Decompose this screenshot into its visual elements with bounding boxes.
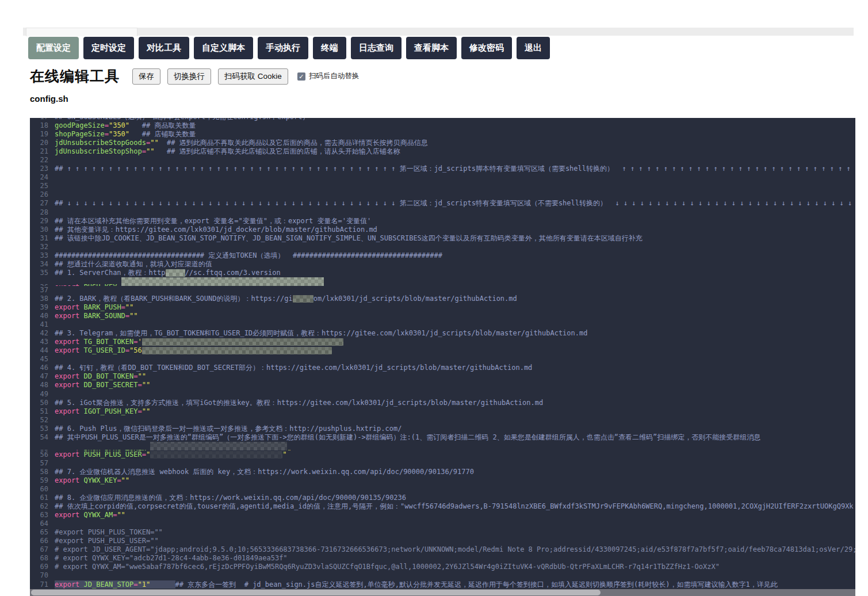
code-line[interactable]: 34## 想通过什么渠道收取通知，就填入对应渠道的值 [35,260,855,269]
nav-compare-tool-button[interactable]: 对比工具 [139,37,189,59]
code-line[interactable]: 18goodPageSize="350" ## 商品取关数量 [35,121,855,130]
nav-logout-button[interactable]: 退出 [517,37,550,59]
code-line[interactable]: 57 [35,459,855,468]
line-number: 61 [35,494,48,502]
code-line[interactable]: 47export DD_BOT_TOKEN="" [35,372,855,381]
code-line[interactable]: 69# export QYWX_AM="wwe5abaf787bf6cec6,r… [35,563,855,571]
code-line[interactable]: 39export BARK_PUSH="" [35,303,855,312]
code-line[interactable]: 32 [35,243,855,251]
nav-custom-script-button[interactable]: 自定义脚本 [194,37,253,59]
h-scrollbar-thumb[interactable] [31,590,601,595]
code-line[interactable]: 36export PUSH_KEY= [35,277,855,286]
code-token: ## 4. 钉钉，教程（看DD_BOT_TOKEN和DD_BOT_SECRET部… [55,364,532,372]
code-line[interactable]: 61## 8. 企业微信应用消息推送的值，文档：https://work.wei… [35,494,855,502]
line-number: 21 [35,147,48,156]
code-line[interactable]: 24 [35,173,855,182]
code-token: DD_BOT_SECRET [84,381,138,389]
nav-schedule-button[interactable]: 定时设定 [83,37,134,59]
code-token: = [105,121,109,129]
code-line[interactable]: 31## 该链接中除JD_COOKIE、JD_BEAN_SIGN_STOP_NO… [35,234,855,243]
code-line[interactable]: 55export PUSH_PLUS_TOKEN=" [35,442,855,450]
code-line[interactable]: 20jdUnsubscribeStopGoods="" ## 遇到此商品不再取关… [35,139,855,147]
code-token [150,580,175,589]
code-line[interactable]: 21jdUnsubscribeStopShop="" ## 遇到此店铺不再取关此… [35,147,855,156]
code-line[interactable]: 29## 请在本区域补充其他你需要用到变量，export 变量名="变量值"，或… [35,217,855,226]
code-line[interactable]: 56export PUSH_PLUS_USER="" [35,450,855,459]
code-line[interactable]: 67# export JD_USER_AGENT="jdapp;android;… [35,545,855,554]
code-editor[interactable]: 17## UN_SUBSCRIBES（选填） 由脚本会export，无需在con… [30,118,855,596]
code-line[interactable]: 38## 2. BARK，教程（看BARK_PUSH和BARK_SOUND的说明… [35,295,855,303]
code-line[interactable]: 46## 4. 钉钉，教程（看DD_BOT_TOKEN和DD_BOT_SECRE… [35,364,855,372]
nav-manual-run-button[interactable]: 手动执行 [258,37,308,59]
code-line[interactable]: 66#export PUSH_PLUS_USER="" [35,537,855,545]
horizontal-scrollbar[interactable] [30,589,855,596]
code-token [129,121,142,129]
code-line[interactable]: 62## 依次填上corpid的值,corpsecret的值,touser的值,… [35,502,855,511]
line-number: 29 [35,217,48,226]
code-line[interactable]: 40export BARK_SOUND="" [35,312,855,320]
code-line[interactable]: 41 [35,320,855,329]
code-token: export [55,450,84,459]
nav-config-button[interactable]: 配置设定 [28,37,79,59]
code-line[interactable]: 23## ↑ ↑ ↑ ↑ ↑ ↑ ↑ ↑ ↑ ↑ ↑ ↑ ↑ ↑ ↑ ↑ ↑ ↑… [35,165,855,173]
code-line[interactable]: 33#################################### 定… [35,251,855,260]
scan-cookie-button[interactable]: 扫码获取 Cookie [218,68,288,85]
code-token: = [121,303,125,311]
save-button[interactable]: 保存 [132,68,160,85]
line-number: 33 [35,251,48,260]
code-line[interactable]: 63export QYWX_AM="" [35,511,855,519]
code-line[interactable]: 30## 其他变量详见：https://gitee.com/lxk0301/jd… [35,226,855,234]
code-token: export [55,511,84,519]
line-number: 38 [35,295,48,303]
auto-replace-checkbox[interactable]: ✓ [297,72,305,81]
code-line[interactable]: 22 [35,156,855,165]
nav-view-script-button[interactable]: 查看脚本 [406,37,457,59]
line-number: 26 [35,190,48,199]
code-line[interactable]: 44export TG_USER_ID="56 [35,346,855,355]
code-line[interactable]: 53## 6. Push Plus，微信扫码登录后一对一推送或一对多推送，参考文… [35,425,855,433]
code-line[interactable]: 60 [35,485,855,494]
code-token: "" [138,372,146,380]
code-editor-content[interactable]: 17## UN_SUBSCRIBES（选填） 由脚本会export，无需在con… [30,118,855,589]
code-line[interactable]: 43export TG_BOT_TOKEN=' [35,338,855,346]
code-line[interactable]: 19shopPageSize="350" ## 店铺取关数量 [35,130,855,139]
code-line[interactable]: 35## 1. ServerChan，教程：http//sc.ftqq.com/… [35,269,855,277]
code-line[interactable]: 49 [35,390,855,399]
code-line[interactable]: 27## ↓ ↓ ↓ ↓ ↓ ↓ ↓ ↓ ↓ ↓ ↓ ↓ ↓ ↓ ↓ ↓ ↓ ↓… [35,199,855,208]
code-token: "" [129,312,137,320]
nav-terminal-button[interactable]: 终端 [313,37,346,59]
code-token: ## 7. 企业微信机器人消息推送 webhook 后面的 key，文档：htt… [55,468,474,476]
code-line[interactable]: 58## 7. 企业微信机器人消息推送 webhook 后面的 key，文档：h… [35,468,855,476]
line-number: 22 [35,156,48,165]
code-token: ## 其他变量详见：https://gitee.com/lxk0301/jd_d… [55,226,377,234]
code-line[interactable]: 48export DD_BOT_SECRET="" [35,381,855,389]
code-line[interactable]: 37 [35,286,855,295]
code-line[interactable]: 52 [35,416,855,425]
code-line[interactable]: 68# export QYWX_KEY="adcb27d1-28c4-4abb-… [35,554,855,563]
code-line[interactable]: 65#export PUSH_PLUS_TOKEN="" [35,528,855,537]
toggle-wrap-button[interactable]: 切换换行 [167,68,211,85]
code-line[interactable]: 42## 3. Telegram，如需使用，TG_BOT_TOKEN和TG_US… [35,329,855,338]
code-line[interactable]: 54## 其中PUSH_PLUS_USER是一对多推送的“群组编码”（一对多推送… [35,433,855,442]
code-token: " [282,450,286,459]
nav-change-password-button[interactable]: 修改密码 [461,37,512,59]
code-line[interactable]: 64 [35,519,855,528]
line-number: 69 [35,563,48,571]
nav-log-query-button[interactable]: 日志查询 [351,37,402,59]
code-line[interactable]: 71export JD_BEAN_STOP="1" ## 京东多合一签到 # j… [35,580,855,589]
code-line[interactable]: 28 [35,208,855,217]
code-token [159,139,167,147]
line-number: 43 [35,338,48,346]
line-number: 42 [35,329,48,338]
code-line[interactable]: 51export IGOT_PUSH_KEY="" [35,407,855,416]
code-line[interactable]: 45 [35,355,855,364]
code-line[interactable]: 26 [35,190,855,199]
code-line[interactable]: 25 [35,182,855,190]
line-number: 41 [35,320,48,329]
code-token: "" [125,303,133,311]
code-line[interactable]: 59export QYWX_KEY="" [35,476,855,485]
code-line[interactable]: 70 [35,571,855,580]
code-line[interactable]: 50## 5. iGot聚合推送，支持多方式推送，填写iGot的推送key。教程… [35,399,855,407]
code-token: export [55,407,84,415]
code-token: ## 遇到此店铺不再取关此店铺以及它后面的店铺，请从头开始输入店铺名称 [167,147,400,155]
